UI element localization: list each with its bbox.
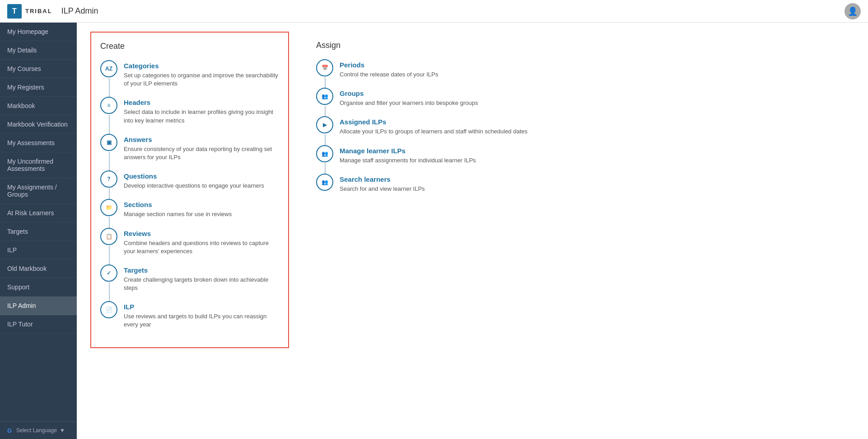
assign-item-link-assigned-ilps[interactable]: Assigned ILPs: [340, 118, 527, 126]
assign-item-link-groups[interactable]: Groups: [340, 90, 478, 97]
timeline-item: ≡ Headers Select data to include in lear…: [100, 97, 279, 124]
sidebar-item-targets[interactable]: Targets: [0, 222, 77, 241]
sidebar-item-my-homepage[interactable]: My Homepage: [0, 23, 77, 41]
sidebar-item-old-markbook[interactable]: Old Markbook: [0, 260, 77, 278]
assign-item-desc: Organise and filter your learners into b…: [340, 99, 478, 107]
sidebar: My HomepageMy DetailsMy CoursesMy Regist…: [0, 23, 77, 439]
create-item-icon-reviews: 📋: [100, 228, 117, 245]
assign-item-link-manage-learner-ilps[interactable]: Manage learner ILPs: [340, 147, 476, 155]
create-item-desc: Set up categories to organise and improv…: [124, 71, 279, 88]
timeline-item: ▣ Answers Ensure consistency of your dat…: [100, 134, 279, 161]
sidebar-item-my-assessments[interactable]: My Assessments: [0, 134, 77, 152]
assign-item-link-search-learners[interactable]: Search learners: [340, 175, 425, 183]
assign-item-icon-manage-learner-ilps: 👥: [316, 145, 333, 162]
timeline-item: ? Questions Develop interactive question…: [100, 170, 279, 190]
timeline-item: 👥 Search learners Search for and view le…: [316, 174, 527, 193]
sidebar-item-markbook[interactable]: Markbook: [0, 97, 77, 115]
sidebar-item-my-unconfirmed-assessments[interactable]: My Unconfirmed Assessments: [0, 152, 77, 178]
create-item-link-questions[interactable]: Questions: [124, 172, 264, 180]
assign-item-icon-search-learners: 👥: [316, 174, 333, 191]
language-dropdown-arrow: ▼: [60, 427, 65, 434]
sidebar-item-ilp-admin[interactable]: ILP Admin: [0, 297, 77, 315]
timeline-item: ✓ Targets Create challenging targets bro…: [100, 264, 279, 292]
logo: T TRIBAL: [7, 4, 52, 19]
timeline-item: 👥 Manage learner ILPs Manage staff assig…: [316, 145, 527, 165]
page-title: ILP Admin: [61, 6, 98, 16]
sidebar-item-my-assignments--groups[interactable]: My Assignments / Groups: [0, 178, 77, 204]
sidebar-item-ilp-tutor[interactable]: ILP Tutor: [0, 315, 77, 334]
create-item-icon-targets: ✓: [100, 264, 117, 282]
content-grid: Create AZ Categories Set up categories t…: [90, 32, 854, 348]
assign-item-icon-groups: 👥: [316, 88, 333, 105]
create-item-content: Categories Set up categories to organise…: [124, 60, 279, 88]
create-item-icon-questions: ?: [100, 170, 117, 188]
timeline-item: 📁 Sections Manage section names for use …: [100, 199, 279, 218]
create-item-desc: Select data to include in learner profil…: [124, 108, 279, 124]
select-language-label: Select Language: [16, 427, 57, 434]
assign-section: Assign 📅 Periods Control the release dat…: [307, 32, 537, 348]
sidebar-footer[interactable]: GSelect Language▼: [0, 421, 77, 439]
google-icon: G: [5, 426, 14, 434]
create-section: Create AZ Categories Set up categories t…: [90, 32, 289, 348]
sidebar-item-ilp[interactable]: ILP: [0, 241, 77, 260]
body-wrap: My HomepageMy DetailsMy CoursesMy Regist…: [0, 23, 868, 439]
create-item-link-categories[interactable]: Categories: [124, 62, 279, 70]
create-item-link-targets[interactable]: Targets: [124, 266, 279, 274]
create-item-content: Headers Select data to include in learne…: [124, 97, 279, 124]
timeline-item: 👥 Groups Organise and filter your learne…: [316, 88, 527, 107]
create-item-desc: Combine headers and questions into revie…: [124, 239, 279, 255]
timeline-item: 📋 Reviews Combine headers and questions …: [100, 228, 279, 255]
assign-item-content: Assigned ILPs Allocate your ILPs to grou…: [340, 116, 527, 136]
assign-item-desc: Manage staff assignments for individual …: [340, 156, 476, 165]
timeline-item: AZ Categories Set up categories to organ…: [100, 60, 279, 88]
assign-item-icon-assigned-ilps: ▶: [316, 116, 333, 133]
avatar[interactable]: 👤: [845, 3, 861, 19]
create-timeline: AZ Categories Set up categories to organ…: [100, 60, 279, 329]
logo-box: T: [7, 4, 22, 19]
create-title: Create: [100, 42, 279, 51]
assign-item-link-periods[interactable]: Periods: [340, 61, 438, 69]
assign-item-icon-periods: 📅: [316, 59, 333, 76]
assign-title: Assign: [316, 41, 527, 50]
sidebar-item-my-details[interactable]: My Details: [0, 41, 77, 60]
sidebar-item-at-risk-learners[interactable]: At Risk Learners: [0, 204, 77, 222]
create-item-content: Answers Ensure consistency of your data …: [124, 134, 279, 161]
create-item-content: ILP Use reviews and targets to build ILP…: [124, 301, 279, 329]
assign-item-content: Groups Organise and filter your learners…: [340, 88, 478, 107]
create-item-content: Reviews Combine headers and questions in…: [124, 228, 279, 255]
timeline-item: 📄 ILP Use reviews and targets to build I…: [100, 301, 279, 329]
create-item-icon-categories: AZ: [100, 60, 117, 77]
assign-item-content: Manage learner ILPs Manage staff assignm…: [340, 145, 476, 165]
assign-item-desc: Search for and view learner ILPs: [340, 185, 425, 193]
main-content: Create AZ Categories Set up categories t…: [77, 23, 868, 439]
create-item-content: Targets Create challenging targets broke…: [124, 264, 279, 292]
create-item-link-ilp[interactable]: ILP: [124, 303, 279, 311]
create-item-link-sections[interactable]: Sections: [124, 201, 232, 208]
create-item-icon-headers: ≡: [100, 97, 117, 114]
sidebar-item-my-courses[interactable]: My Courses: [0, 60, 77, 78]
assign-item-content: Periods Control the release dates of you…: [340, 59, 438, 79]
create-item-link-reviews[interactable]: Reviews: [124, 230, 279, 237]
create-item-desc: Develop interactive questions to engage …: [124, 182, 264, 190]
assign-item-desc: Control the release dates of your ILPs: [340, 71, 438, 79]
assign-item-desc: Allocate your ILPs to groups of learners…: [340, 127, 527, 136]
create-item-icon-ilp: 📄: [100, 301, 117, 318]
sidebar-item-support[interactable]: Support: [0, 278, 77, 297]
create-item-desc: Use reviews and targets to build ILPs yo…: [124, 312, 279, 329]
create-item-content: Questions Develop interactive questions …: [124, 170, 264, 190]
timeline-item: 📅 Periods Control the release dates of y…: [316, 59, 527, 79]
create-item-link-answers[interactable]: Answers: [124, 136, 279, 143]
assign-item-content: Search learners Search for and view lear…: [340, 174, 425, 193]
assign-timeline: 📅 Periods Control the release dates of y…: [316, 59, 527, 193]
timeline-item: ▶ Assigned ILPs Allocate your ILPs to gr…: [316, 116, 527, 136]
sidebar-item-markbook-verification[interactable]: Markbook Verification: [0, 115, 77, 134]
create-item-desc: Ensure consistency of your data reportin…: [124, 145, 279, 161]
sidebar-item-my-registers[interactable]: My Registers: [0, 78, 77, 97]
logo-word: TRIBAL: [25, 8, 52, 14]
create-item-content: Sections Manage section names for use in…: [124, 199, 232, 218]
create-item-icon-sections: 📁: [100, 199, 117, 216]
create-item-icon-answers: ▣: [100, 134, 117, 151]
create-item-link-headers[interactable]: Headers: [124, 99, 279, 106]
header: T TRIBAL ILP Admin 👤: [0, 0, 868, 23]
create-item-desc: Manage section names for use in reviews: [124, 210, 232, 218]
